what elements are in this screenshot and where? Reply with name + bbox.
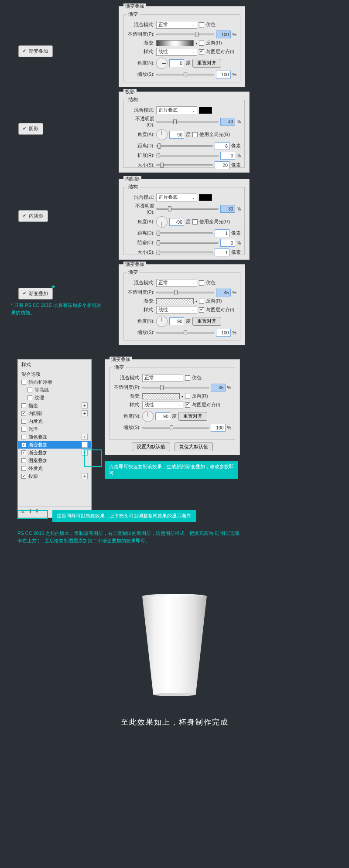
group-title: 渐变 xyxy=(113,364,126,371)
blend-mode-select[interactable]: 正常⌄ xyxy=(156,21,197,29)
angle-input[interactable]: 90 xyxy=(155,412,170,420)
gradient-picker[interactable] xyxy=(156,298,194,304)
color-swatch[interactable] xyxy=(199,107,212,114)
outer-glow-item[interactable]: 外发光 xyxy=(18,464,91,472)
opacity-slider[interactable] xyxy=(142,387,209,388)
opacity-input[interactable]: 45 xyxy=(216,289,231,296)
scale-input[interactable]: 100 xyxy=(216,329,231,337)
stroke-item[interactable]: 描边+ xyxy=(18,402,91,409)
blend-mode-label: 混合模式: xyxy=(127,194,154,201)
scale-input[interactable]: 100 xyxy=(216,71,231,78)
plus-icon[interactable]: + xyxy=(82,410,88,416)
shadow-toggle[interactable]: 阴影 xyxy=(18,123,43,135)
angle-dial[interactable] xyxy=(156,58,168,69)
set-default-button[interactable]: 设置为默认值 xyxy=(132,443,170,451)
gradient-overlay-item-2[interactable]: 渐变叠加+ xyxy=(18,449,91,456)
blend-mode-select[interactable]: 正片叠底⌄ xyxy=(156,106,197,114)
spread-input[interactable]: 0 xyxy=(220,152,235,160)
distance-slider[interactable] xyxy=(156,232,213,234)
opacity-input[interactable]: 45 xyxy=(211,384,226,391)
plus-icon[interactable]: + xyxy=(82,434,88,440)
opacity-input[interactable]: 30 xyxy=(220,205,235,213)
plus-icon[interactable]: + xyxy=(82,473,88,479)
checkmark-icon xyxy=(22,127,27,131)
gradient-overlay-item-selected[interactable]: 渐变叠加+ xyxy=(18,441,91,449)
distance-input[interactable]: 1 xyxy=(215,229,229,237)
angle-input[interactable]: -90 xyxy=(169,218,184,226)
color-swatch[interactable] xyxy=(199,194,212,201)
gradient-picker[interactable] xyxy=(156,40,194,46)
angle-input[interactable]: 0 xyxy=(169,59,184,67)
bevel-item[interactable]: 斜面和浮雕 xyxy=(18,378,91,386)
spread-slider[interactable] xyxy=(156,155,219,157)
align-checkbox[interactable] xyxy=(185,402,190,408)
dither-checkbox[interactable] xyxy=(199,22,204,27)
contour-item[interactable]: 等高线 xyxy=(18,386,91,394)
inner-shadow-toggle[interactable]: 内阴影 xyxy=(18,210,48,222)
blend-mode-select[interactable]: 正常⌄ xyxy=(156,279,197,287)
choke-input[interactable]: 0 xyxy=(220,239,235,247)
color-overlay-item[interactable]: 颜色叠加+ xyxy=(18,433,91,441)
plus-icon[interactable]: + xyxy=(82,402,88,408)
reset-align-button[interactable]: 重置对齐 xyxy=(192,59,221,68)
angle-dial[interactable] xyxy=(156,129,168,140)
reverse-checkbox[interactable] xyxy=(199,41,204,46)
opacity-slider[interactable] xyxy=(156,292,214,293)
global-light-checkbox[interactable] xyxy=(192,132,198,137)
angle-dial[interactable] xyxy=(156,216,168,228)
distance-input[interactable]: 6 xyxy=(215,142,229,150)
size-input[interactable]: 20 xyxy=(215,161,229,169)
style-label: 样式: xyxy=(127,49,154,55)
inner-glow-item[interactable]: 内发光 xyxy=(18,417,91,425)
choke-slider[interactable] xyxy=(156,242,219,244)
opacity-label: 不透明度(O): xyxy=(127,116,154,127)
size-input[interactable]: 1 xyxy=(215,248,229,256)
reset-default-button[interactable]: 复位为默认值 xyxy=(174,443,213,451)
style-select[interactable]: 线性⌄ xyxy=(156,306,197,314)
reverse-checkbox[interactable] xyxy=(199,299,204,304)
gradient-overlay-toggle-2[interactable]: 渐变叠加 xyxy=(18,288,53,300)
opacity-input[interactable]: 43 xyxy=(220,118,235,126)
texture-item[interactable]: 纹理 xyxy=(18,394,91,402)
angle-dial[interactable] xyxy=(156,316,168,327)
opacity-slider[interactable] xyxy=(156,208,219,210)
pattern-overlay-item[interactable]: 图案叠加 xyxy=(18,456,91,464)
style-select[interactable]: 线性⌄ xyxy=(142,401,183,409)
scale-slider[interactable] xyxy=(156,74,214,75)
opacity-input[interactable]: 100 xyxy=(216,31,231,38)
gradient-overlay-panel-1: 渐变叠加 渐变 混合模式: 正常⌄ 仿色 不透明度(P): 100 % 渐变: xyxy=(119,6,245,87)
scale-input[interactable]: 100 xyxy=(211,424,226,432)
blend-options-item[interactable]: 混合选项 xyxy=(18,370,91,378)
size-label: 大小(S): xyxy=(127,162,154,168)
drop-shadow-item[interactable]: 投影+ xyxy=(18,472,91,480)
satin-item[interactable]: 光泽 xyxy=(18,425,91,433)
angle-input[interactable]: 90 xyxy=(169,131,184,139)
angle-dial[interactable] xyxy=(142,411,154,422)
global-light-checkbox[interactable] xyxy=(192,219,198,225)
style-select[interactable]: 线性⌄ xyxy=(156,48,197,56)
blend-mode-select[interactable]: 正常⌄ xyxy=(142,374,183,382)
align-checkbox[interactable] xyxy=(199,49,204,54)
opacity-slider[interactable] xyxy=(156,34,214,35)
gradient-picker[interactable] xyxy=(142,393,180,399)
scale-slider[interactable] xyxy=(142,427,209,429)
size-slider[interactable] xyxy=(156,252,213,253)
group-title: 结构 xyxy=(127,97,140,103)
inner-shadow-item[interactable]: 内阴影+ xyxy=(18,409,91,417)
distance-slider[interactable] xyxy=(156,145,213,147)
reset-align-button[interactable]: 重置对齐 xyxy=(178,412,207,421)
size-slider[interactable] xyxy=(156,164,213,166)
scale-slider[interactable] xyxy=(156,332,214,334)
gradient-overlay-toggle[interactable]: 渐变叠加 xyxy=(18,45,53,57)
blend-mode-select[interactable]: 正片叠底⌄ xyxy=(156,194,197,201)
opacity-slider[interactable] xyxy=(156,121,219,123)
reset-align-button[interactable]: 重置对齐 xyxy=(192,317,221,326)
dither-checkbox[interactable] xyxy=(185,375,190,381)
align-checkbox[interactable] xyxy=(199,307,204,313)
plus-icon[interactable]: + xyxy=(82,442,88,448)
angle-input[interactable]: 90 xyxy=(169,317,184,325)
dither-checkbox[interactable] xyxy=(199,280,204,286)
opacity-label: 不透明度(O): xyxy=(127,203,154,214)
reverse-checkbox[interactable] xyxy=(185,394,190,399)
chevron-down-icon: ⌄ xyxy=(192,23,195,27)
